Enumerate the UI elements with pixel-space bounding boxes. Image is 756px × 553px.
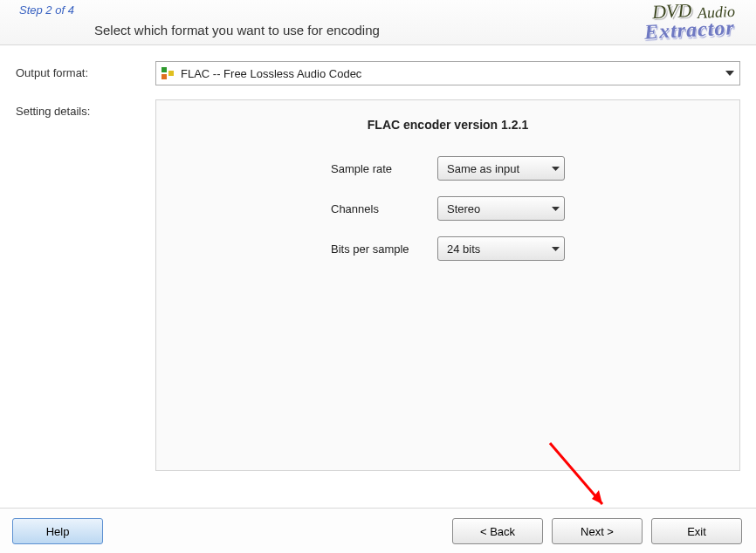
settings-row: Setting details: FLAC encoder version 1.… [16, 99, 740, 471]
bits-select[interactable]: 24 bits [437, 236, 565, 261]
svg-marker-5 [592, 490, 602, 504]
channels-value: Stereo [447, 202, 546, 215]
wizard-header: Step 2 of 4 Select which format you want… [0, 0, 756, 45]
help-button[interactable]: Help [12, 518, 103, 544]
settings-panel: FLAC encoder version 1.2.1 Sample rate S… [155, 99, 740, 471]
back-button[interactable]: < Back [452, 518, 543, 544]
chevron-down-icon [546, 247, 564, 251]
output-format-value: FLAC -- Free Lossless Audio Codec [181, 67, 725, 80]
exit-button[interactable]: Exit [651, 518, 742, 544]
bits-label: Bits per sample [331, 242, 427, 256]
sample-rate-select[interactable]: Same as input [437, 156, 565, 181]
output-format-row: Output format: FLAC -- Free Lossless Aud… [16, 61, 740, 85]
sample-rate-value: Same as input [447, 162, 546, 175]
setting-details-label: Setting details: [16, 99, 155, 118]
bits-row: Bits per sample 24 bits [170, 236, 725, 261]
chevron-down-icon [725, 71, 734, 76]
svg-marker-3 [552, 247, 560, 251]
channels-select[interactable]: Stereo [437, 196, 565, 221]
wizard-footer: Help < Back Next > Exit [0, 508, 756, 553]
encoder-title: FLAC encoder version 1.2.1 [170, 118, 725, 132]
logo-extractor: Extractor [644, 17, 736, 42]
svg-marker-2 [552, 207, 560, 211]
channels-row: Channels Stereo [170, 196, 725, 221]
sample-rate-label: Sample rate [331, 162, 427, 175]
app-logo: DVD Audio Extractor [644, 2, 735, 40]
svg-marker-1 [552, 167, 560, 171]
page-title: Select which format you want to use for … [94, 23, 380, 38]
next-button[interactable]: Next > [552, 518, 643, 544]
svg-marker-0 [725, 71, 734, 76]
sample-rate-row: Sample rate Same as input [170, 156, 725, 181]
chevron-down-icon [546, 207, 564, 211]
output-format-select[interactable]: FLAC -- Free Lossless Audio Codec [155, 61, 740, 85]
chevron-down-icon [546, 167, 564, 171]
flac-icon [162, 67, 174, 79]
step-indicator: Step 2 of 4 [19, 3, 74, 17]
wizard-body: Output format: FLAC -- Free Lossless Aud… [0, 45, 756, 471]
output-format-label: Output format: [16, 61, 155, 79]
bits-value: 24 bits [447, 242, 546, 256]
channels-label: Channels [331, 202, 427, 215]
